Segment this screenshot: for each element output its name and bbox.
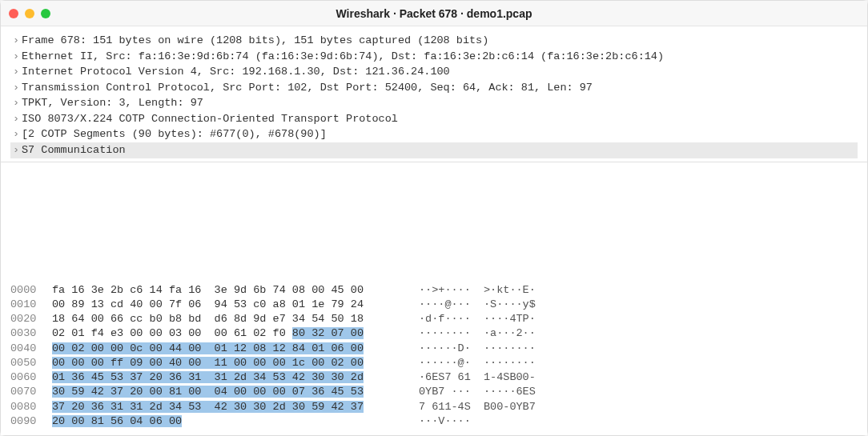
hex-offset: 0010 (10, 298, 52, 312)
twisty-icon[interactable]: › (10, 80, 22, 96)
hex-line[interactable]: 001000 89 13 cd 40 00 7f 06 94 53 c0 a8 … (10, 298, 858, 312)
hex-bytes: 00 89 13 cd 40 00 7f 06 94 53 c0 a8 01 1… (52, 298, 396, 312)
hex-ascii: 0YB7 ··· ·····6ES (396, 385, 536, 399)
hex-ascii: ··>+···· >·kt··E· (396, 283, 536, 298)
twisty-icon[interactable]: › (10, 33, 22, 49)
hex-offset: 0040 (10, 342, 52, 356)
window-title: Wireshark · Packet 678 · demo1.pcap (1, 7, 867, 20)
hex-bytes: fa 16 3e 2b c6 14 fa 16 3e 9d 6b 74 08 0… (52, 283, 396, 298)
hex-ascii: 7 611-4S B00-0YB7 (396, 400, 536, 414)
hex-bytes: 30 59 42 37 20 00 81 00 04 00 00 00 07 3… (52, 385, 396, 399)
minimize-icon[interactable] (25, 9, 34, 18)
hex-line[interactable]: 002018 64 00 66 cc b0 b8 bd d6 8d 9d e7 … (10, 312, 858, 326)
tree-row-label: TPKT, Version: 3, Length: 97 (22, 95, 203, 111)
hex-line[interactable]: 006001 36 45 53 37 20 36 31 31 2d 34 53 … (10, 370, 858, 385)
hex-offset: 0090 (10, 414, 52, 429)
tree-row[interactable]: ›Internet Protocol Version 4, Src: 192.1… (10, 64, 858, 80)
hex-line[interactable]: 004000 02 00 00 0c 00 44 00 01 12 08 12 … (10, 342, 858, 356)
hex-bytes: 37 20 36 31 31 2d 34 53 42 30 30 2d 30 5… (52, 400, 396, 414)
hex-ascii: ·6ES7 61 1-4SB00- (396, 370, 536, 385)
hex-offset: 0000 (10, 283, 52, 298)
twisty-icon[interactable]: › (10, 49, 22, 65)
hex-bytes: 00 02 00 00 0c 00 44 00 01 12 08 12 84 0… (52, 342, 396, 356)
tree-row[interactable]: ›TPKT, Version: 3, Length: 97 (10, 95, 858, 111)
twisty-icon[interactable]: › (10, 142, 22, 158)
hex-bytes: 20 00 81 56 04 06 00 (52, 414, 396, 429)
hex-bytes: 01 36 45 53 37 20 36 31 31 2d 34 53 42 3… (52, 370, 396, 385)
hex-ascii: ········ ·a···2·· (396, 326, 536, 341)
hex-line[interactable]: 007030 59 42 37 20 00 81 00 04 00 00 00 … (10, 385, 858, 399)
hex-line[interactable]: 003002 01 f4 e3 00 00 03 00 00 61 02 f0 … (10, 326, 858, 341)
hex-offset: 0080 (10, 400, 52, 414)
tree-row-label: ISO 8073/X.224 COTP Connection-Oriented … (22, 111, 398, 127)
tree-row-label: Ethernet II, Src: fa:16:3e:9d:6b:74 (fa:… (22, 49, 664, 65)
hex-offset: 0050 (10, 356, 52, 370)
protocol-tree[interactable]: ›Frame 678: 151 bytes on wire (1208 bits… (1, 26, 867, 162)
tree-row[interactable]: ›[2 COTP Segments (90 bytes): #677(0), #… (10, 126, 858, 142)
hex-ascii: ······D· ········ (396, 342, 536, 356)
tree-row[interactable]: ›S7 Communication (10, 142, 858, 158)
hex-offset: 0060 (10, 370, 52, 385)
twisty-icon[interactable]: › (10, 126, 22, 142)
content-area: ›Frame 678: 151 bytes on wire (1208 bits… (1, 26, 867, 435)
tree-row[interactable]: ›Frame 678: 151 bytes on wire (1208 bits… (10, 33, 858, 49)
hex-line[interactable]: 0000fa 16 3e 2b c6 14 fa 16 3e 9d 6b 74 … (10, 283, 858, 298)
hex-bytes: 02 01 f4 e3 00 00 03 00 00 61 02 f0 80 3… (52, 326, 396, 341)
hex-ascii: ····@··· ·S····y$ (396, 298, 536, 312)
tree-row[interactable]: ›ISO 8073/X.224 COTP Connection-Oriented… (10, 111, 858, 127)
hex-line[interactable]: 009020 00 81 56 04 06 00···V···· (10, 414, 858, 429)
tree-row-label: S7 Communication (22, 142, 126, 158)
twisty-icon[interactable]: › (10, 95, 22, 111)
hex-ascii: ···V···· (396, 414, 471, 429)
hex-line[interactable]: 008037 20 36 31 31 2d 34 53 42 30 30 2d … (10, 400, 858, 414)
window-controls (9, 9, 50, 18)
zoom-icon[interactable] (41, 9, 50, 18)
hex-dump[interactable]: 0000fa 16 3e 2b c6 14 fa 16 3e 9d 6b 74 … (1, 162, 867, 436)
tree-row-label: Frame 678: 151 bytes on wire (1208 bits)… (22, 33, 488, 49)
packet-window: Wireshark · Packet 678 · demo1.pcap ›Fra… (0, 0, 868, 436)
tree-row[interactable]: ›Ethernet II, Src: fa:16:3e:9d:6b:74 (fa… (10, 49, 858, 65)
tree-row-label: [2 COTP Segments (90 bytes): #677(0), #6… (22, 126, 327, 142)
twisty-icon[interactable]: › (10, 64, 22, 80)
hex-offset: 0020 (10, 312, 52, 326)
hex-ascii: ·d·f···· ····4TP· (396, 312, 536, 326)
tree-row-label: Transmission Control Protocol, Src Port:… (22, 80, 593, 96)
hex-ascii: ······@· ········ (396, 356, 536, 370)
hex-offset: 0030 (10, 326, 52, 341)
twisty-icon[interactable]: › (10, 111, 22, 127)
titlebar: Wireshark · Packet 678 · demo1.pcap (1, 1, 867, 26)
close-icon[interactable] (9, 9, 18, 18)
hex-offset: 0070 (10, 385, 52, 399)
tree-row[interactable]: ›Transmission Control Protocol, Src Port… (10, 80, 858, 96)
hex-bytes: 00 00 00 ff 09 00 40 00 11 00 00 00 1c 0… (52, 356, 396, 370)
tree-row-label: Internet Protocol Version 4, Src: 192.16… (22, 64, 450, 80)
hex-line[interactable]: 005000 00 00 ff 09 00 40 00 11 00 00 00 … (10, 356, 858, 370)
hex-bytes: 18 64 00 66 cc b0 b8 bd d6 8d 9d e7 34 5… (52, 312, 396, 326)
